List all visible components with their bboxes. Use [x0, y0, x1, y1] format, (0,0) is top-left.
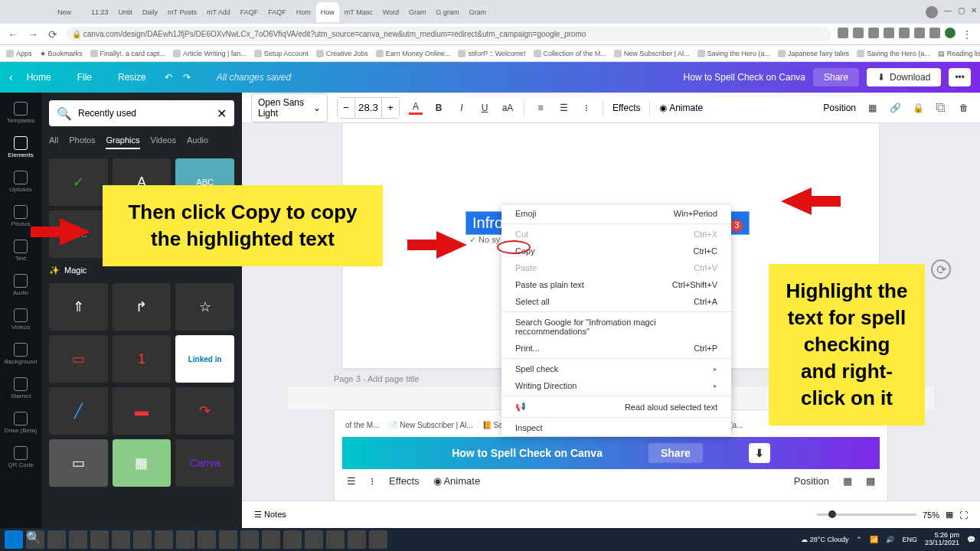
- italic-icon[interactable]: I: [455, 101, 469, 115]
- cm-copy[interactable]: CopyCtrl+C: [501, 243, 731, 259]
- profile-avatar[interactable]: [945, 28, 956, 38]
- bookmark[interactable]: Article Writing | fan...: [173, 50, 247, 57]
- rail-audio[interactable]: Audio: [0, 269, 41, 301]
- cm-spell-check[interactable]: Spell check: [501, 360, 731, 377]
- tab[interactable]: G gram: [432, 2, 464, 22]
- tab-active[interactable]: How: [316, 2, 339, 22]
- avatar-icon[interactable]: [926, 6, 938, 18]
- zoom-value[interactable]: 75%: [923, 510, 939, 520]
- effects-button[interactable]: Effects: [612, 103, 640, 113]
- rail-videos[interactable]: Videos: [0, 304, 41, 335]
- tab-photos[interactable]: Photos: [69, 135, 95, 149]
- taskbar-app[interactable]: [198, 530, 216, 549]
- maximize-icon[interactable]: ▢: [958, 6, 965, 18]
- bookmark[interactable]: stiforP :: Welcome!: [458, 50, 525, 57]
- taskbar-app[interactable]: [262, 530, 280, 549]
- tab[interactable]: mT Masc: [340, 2, 377, 22]
- ext-icon[interactable]: [929, 28, 940, 38]
- tab[interactable]: [77, 2, 86, 22]
- bookmark[interactable]: ▤Reading list: [938, 50, 980, 57]
- ext-icon[interactable]: [868, 28, 879, 38]
- link-icon[interactable]: 🔗: [888, 101, 902, 115]
- reload-button[interactable]: ⟳: [46, 28, 60, 41]
- graphic-thumb[interactable]: ▦: [113, 439, 172, 487]
- cm-paste-plain[interactable]: Paste as plain textCtrl+Shift+V: [501, 276, 731, 293]
- tab[interactable]: Gram: [404, 2, 431, 22]
- tab[interactable]: [33, 2, 42, 22]
- tab[interactable]: [3, 2, 12, 22]
- weather[interactable]: ☁ 28°C Cloudy: [801, 536, 848, 543]
- graphic-thumb[interactable]: ▬: [113, 387, 172, 435]
- zoom-slider[interactable]: [817, 514, 916, 516]
- bookmark[interactable]: Finally!. a card capt...: [90, 50, 166, 57]
- tab[interactable]: [13, 2, 22, 22]
- tab-all[interactable]: All: [49, 135, 58, 149]
- cm-print[interactable]: Print...Ctrl+P: [501, 340, 731, 357]
- task-view-button[interactable]: [47, 530, 66, 549]
- tab[interactable]: 11:23: [87, 2, 113, 22]
- cm-cut[interactable]: CutCtrl+X: [501, 226, 731, 243]
- notes-button[interactable]: ☰ Notes: [254, 510, 286, 520]
- more-button[interactable]: •••: [949, 68, 971, 86]
- taskbar-app[interactable]: [155, 530, 173, 549]
- redo-icon[interactable]: ↷: [183, 72, 191, 83]
- graphic-thumb[interactable]: ╱: [49, 387, 108, 435]
- lock-icon[interactable]: 🔒: [911, 101, 925, 115]
- cm-emoji[interactable]: EmojiWin+Period: [501, 205, 731, 222]
- rail-uploads[interactable]: Uploads: [0, 166, 41, 197]
- delete-icon[interactable]: 🗑: [957, 101, 971, 115]
- forward-button[interactable]: →: [26, 28, 40, 41]
- graphic-thumb[interactable]: ▭: [49, 335, 108, 383]
- rail-starred[interactable]: Starred: [0, 373, 41, 404]
- spacing-icon[interactable]: ⫶: [580, 101, 593, 115]
- rail-background[interactable]: Background: [0, 338, 41, 370]
- bold-icon[interactable]: B: [432, 101, 446, 115]
- rail-elements[interactable]: Elements: [0, 132, 41, 163]
- grid-view-icon[interactable]: ▦: [946, 510, 953, 520]
- resize-button[interactable]: Resize: [110, 67, 154, 87]
- align-icon[interactable]: ≡: [534, 101, 547, 115]
- file-button[interactable]: File: [70, 67, 100, 87]
- tab[interactable]: FAQF: [236, 2, 263, 22]
- clear-icon[interactable]: ✕: [217, 106, 227, 121]
- search-input[interactable]: [78, 108, 211, 119]
- ext-icon[interactable]: [853, 28, 864, 38]
- cm-inspect[interactable]: Inspect: [501, 419, 731, 436]
- magic-recommend[interactable]: ✨ Magic: [49, 266, 234, 276]
- graphic-thumb[interactable]: ▭: [49, 439, 108, 487]
- close-icon[interactable]: ✕: [971, 6, 977, 18]
- clock-date[interactable]: 23/11/2021: [925, 540, 959, 547]
- zoom-thumb[interactable]: [828, 510, 836, 518]
- cm-read-aloud[interactable]: 📢 Read aloud selected text: [501, 398, 731, 416]
- language[interactable]: ENG: [902, 536, 917, 543]
- bookmark[interactable]: Setup Account: [254, 50, 309, 57]
- graphic-thumb[interactable]: ✓: [49, 158, 108, 206]
- taskbar-app[interactable]: [348, 530, 366, 549]
- undo-icon[interactable]: ↶: [165, 72, 172, 83]
- taskbar-app[interactable]: [326, 530, 345, 549]
- taskbar-app[interactable]: [369, 530, 387, 549]
- tab[interactable]: Untit: [114, 2, 138, 22]
- graphic-thumb[interactable]: ↷: [175, 387, 234, 435]
- bookmark[interactable]: Apps: [6, 50, 32, 57]
- download-button[interactable]: ⬇Download: [867, 68, 941, 86]
- font-selector[interactable]: Open Sans Light⌄: [251, 93, 328, 122]
- tab-graphics[interactable]: Graphics: [106, 135, 139, 149]
- taskbar-app[interactable]: [219, 530, 237, 549]
- animate-button[interactable]: ◉ Animate: [659, 103, 703, 113]
- taskbar-app[interactable]: [283, 530, 302, 549]
- tab[interactable]: Gram: [465, 2, 492, 22]
- tab[interactable]: [43, 2, 52, 22]
- ext-icon[interactable]: [838, 28, 848, 38]
- graphic-thumb[interactable]: 1: [113, 335, 172, 383]
- graphic-thumb[interactable]: ☆: [175, 283, 234, 331]
- taskbar-app[interactable]: [176, 530, 194, 549]
- share-button[interactable]: Share: [813, 68, 859, 86]
- bookmark[interactable]: Saving the Hero (a...: [857, 50, 930, 57]
- minimize-icon[interactable]: —: [944, 6, 952, 18]
- home-button[interactable]: Home: [19, 67, 59, 87]
- volume-icon[interactable]: 🔊: [886, 536, 894, 543]
- underline-icon[interactable]: U: [478, 101, 492, 115]
- tab[interactable]: New: [53, 2, 76, 22]
- tab-videos[interactable]: Videos: [151, 135, 176, 149]
